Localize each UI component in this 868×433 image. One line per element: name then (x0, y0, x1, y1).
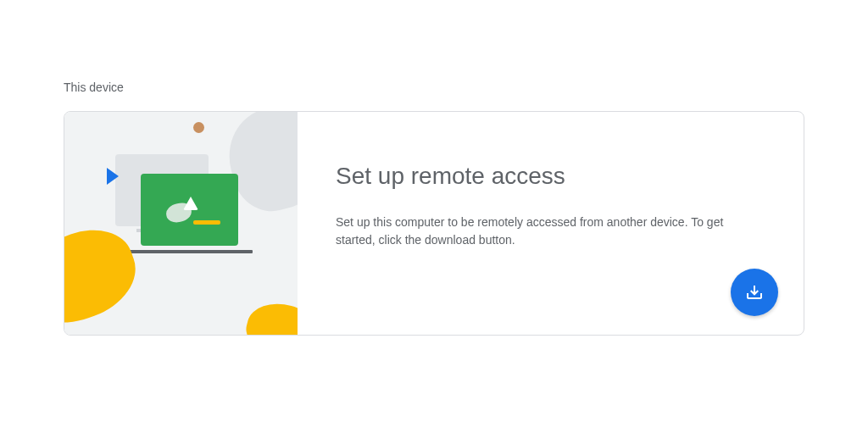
play-triangle-icon (107, 168, 119, 185)
decorative-dot-icon (193, 122, 204, 133)
card-illustration (64, 112, 298, 335)
laptop-triangle-icon (183, 197, 198, 210)
section-title: This device (64, 80, 804, 94)
main-container: This device Set up remote access Set up … (0, 0, 868, 336)
decorative-yellow-blob-right-icon (242, 296, 298, 335)
laptop-base-icon (125, 250, 253, 253)
card-content: Set up remote access Set up this compute… (298, 112, 804, 335)
card-description: Set up this computer to be remotely acce… (336, 214, 751, 249)
download-icon (744, 282, 765, 303)
laptop-underline-icon (193, 220, 220, 225)
illustration-wrapper (64, 112, 298, 335)
card-heading: Set up remote access (336, 163, 761, 190)
setup-card: Set up remote access Set up this compute… (64, 111, 804, 336)
decorative-yellow-blob-left-icon (64, 217, 147, 335)
download-button[interactable] (731, 269, 778, 316)
